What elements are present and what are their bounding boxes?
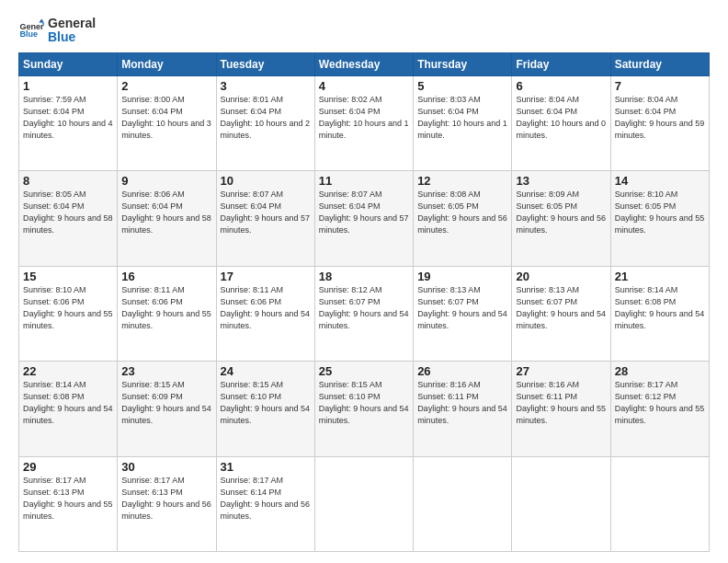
calendar-cell: 13Sunrise: 8:09 AMSunset: 6:05 PMDayligh… [512,171,610,266]
svg-text:Blue: Blue [19,29,38,39]
day-info: Sunrise: 8:11 AMSunset: 6:06 PMDaylight:… [121,284,211,332]
day-number: 28 [615,364,705,378]
calendar-header-row: SundayMondayTuesdayWednesdayThursdayFrid… [19,52,710,75]
day-number: 11 [319,174,409,188]
calendar-cell: 23Sunrise: 8:15 AMSunset: 6:09 PMDayligh… [118,362,216,456]
calendar-cell: 31Sunrise: 8:17 AMSunset: 6:14 PMDayligh… [216,456,314,551]
calendar-cell: 20Sunrise: 8:13 AMSunset: 6:07 PMDayligh… [512,266,610,361]
day-info: Sunrise: 8:11 AMSunset: 6:06 PMDaylight:… [221,284,311,332]
day-info: Sunrise: 8:07 AMSunset: 6:04 PMDaylight:… [319,189,409,236]
day-number: 17 [221,270,311,283]
day-number: 10 [221,174,311,188]
day-number: 16 [121,270,211,283]
day-number: 31 [221,460,311,474]
day-number: 25 [319,364,409,378]
calendar-cell: 29Sunrise: 8:17 AMSunset: 6:13 PMDayligh… [19,456,118,551]
calendar-cell: 8Sunrise: 8:05 AMSunset: 6:04 PMDaylight… [19,171,118,266]
calendar-cell: 28Sunrise: 8:17 AMSunset: 6:12 PMDayligh… [610,362,709,456]
day-number: 4 [319,79,409,93]
calendar-week-3: 15Sunrise: 8:10 AMSunset: 6:06 PMDayligh… [19,266,710,361]
calendar-cell: 26Sunrise: 8:16 AMSunset: 6:11 PMDayligh… [414,362,512,456]
calendar-cell: 10Sunrise: 8:07 AMSunset: 6:04 PMDayligh… [216,171,314,266]
calendar-cell: 30Sunrise: 8:17 AMSunset: 6:13 PMDayligh… [118,456,216,551]
calendar-cell: 25Sunrise: 8:15 AMSunset: 6:10 PMDayligh… [314,362,413,456]
day-number: 13 [516,174,606,188]
day-number: 18 [319,270,409,283]
day-info: Sunrise: 8:14 AMSunset: 6:08 PMDaylight:… [23,379,113,427]
day-info: Sunrise: 8:06 AMSunset: 6:04 PMDaylight:… [121,189,211,236]
day-info: Sunrise: 8:08 AMSunset: 6:05 PMDaylight:… [417,189,507,236]
day-info: Sunrise: 8:00 AMSunset: 6:04 PMDaylight:… [121,94,211,142]
calendar-cell: 22Sunrise: 8:14 AMSunset: 6:08 PMDayligh… [19,362,118,456]
day-number: 27 [516,364,606,378]
calendar-cell: 6Sunrise: 8:04 AMSunset: 6:04 PMDaylight… [512,75,610,170]
day-number: 29 [23,460,113,474]
calendar-cell: 4Sunrise: 8:02 AMSunset: 6:04 PMDaylight… [314,75,413,170]
calendar-cell [414,456,512,551]
calendar-cell: 9Sunrise: 8:06 AMSunset: 6:04 PMDaylight… [118,171,216,266]
day-info: Sunrise: 8:03 AMSunset: 6:04 PMDaylight:… [417,94,507,142]
day-number: 26 [417,364,507,378]
day-number: 2 [121,79,211,93]
page: General Blue General Blue SundayMondayTu… [0,0,728,563]
day-info: Sunrise: 8:10 AMSunset: 6:06 PMDaylight:… [23,284,113,332]
day-info: Sunrise: 8:16 AMSunset: 6:11 PMDaylight:… [516,379,606,427]
day-info: Sunrise: 8:04 AMSunset: 6:04 PMDaylight:… [516,94,606,142]
calendar-cell [610,456,709,551]
calendar-week-5: 29Sunrise: 8:17 AMSunset: 6:13 PMDayligh… [19,456,710,551]
calendar-cell: 17Sunrise: 8:11 AMSunset: 6:06 PMDayligh… [216,266,314,361]
day-info: Sunrise: 8:17 AMSunset: 6:14 PMDaylight:… [221,475,311,523]
day-info: Sunrise: 8:02 AMSunset: 6:04 PMDaylight:… [319,94,409,142]
calendar-cell: 15Sunrise: 8:10 AMSunset: 6:06 PMDayligh… [19,266,118,361]
day-number: 20 [516,270,606,283]
day-info: Sunrise: 8:05 AMSunset: 6:04 PMDaylight:… [23,189,113,236]
calendar-cell [512,456,610,551]
day-number: 21 [615,270,705,283]
day-number: 23 [121,364,211,378]
day-info: Sunrise: 8:17 AMSunset: 6:12 PMDaylight:… [615,379,705,427]
calendar-cell: 16Sunrise: 8:11 AMSunset: 6:06 PMDayligh… [118,266,216,361]
day-info: Sunrise: 8:13 AMSunset: 6:07 PMDaylight:… [417,284,507,332]
day-number: 14 [615,174,705,188]
day-number: 9 [121,174,211,188]
weekday-header-monday: Monday [118,52,216,75]
calendar-cell [314,456,413,551]
logo-blue: Blue [48,30,96,44]
calendar-cell: 19Sunrise: 8:13 AMSunset: 6:07 PMDayligh… [414,266,512,361]
day-info: Sunrise: 8:15 AMSunset: 6:10 PMDaylight:… [319,379,409,427]
calendar-body: 1Sunrise: 7:59 AMSunset: 6:04 PMDaylight… [19,75,710,551]
day-number: 8 [23,174,113,188]
day-number: 1 [23,79,113,93]
day-info: Sunrise: 8:17 AMSunset: 6:13 PMDaylight:… [121,475,211,523]
weekday-header-wednesday: Wednesday [314,52,413,75]
calendar-week-2: 8Sunrise: 8:05 AMSunset: 6:04 PMDaylight… [19,171,710,266]
calendar-cell: 27Sunrise: 8:16 AMSunset: 6:11 PMDayligh… [512,362,610,456]
day-number: 22 [23,364,113,378]
day-number: 30 [121,460,211,474]
day-info: Sunrise: 8:15 AMSunset: 6:09 PMDaylight:… [121,379,211,427]
calendar-cell: 24Sunrise: 8:15 AMSunset: 6:10 PMDayligh… [216,362,314,456]
day-info: Sunrise: 8:15 AMSunset: 6:10 PMDaylight:… [221,379,311,427]
day-info: Sunrise: 8:13 AMSunset: 6:07 PMDaylight:… [516,284,606,332]
calendar-week-4: 22Sunrise: 8:14 AMSunset: 6:08 PMDayligh… [19,362,710,456]
calendar-table: SundayMondayTuesdayWednesdayThursdayFrid… [18,52,710,552]
calendar-cell: 12Sunrise: 8:08 AMSunset: 6:05 PMDayligh… [414,171,512,266]
day-number: 19 [417,270,507,283]
weekday-header-tuesday: Tuesday [216,52,314,75]
calendar-cell: 21Sunrise: 8:14 AMSunset: 6:08 PMDayligh… [610,266,709,361]
logo-icon: General Blue [18,17,44,43]
day-number: 15 [23,270,113,283]
day-info: Sunrise: 8:07 AMSunset: 6:04 PMDaylight:… [221,189,311,236]
day-info: Sunrise: 8:10 AMSunset: 6:05 PMDaylight:… [615,189,705,236]
svg-marker-2 [39,19,44,23]
calendar-week-1: 1Sunrise: 7:59 AMSunset: 6:04 PMDaylight… [19,75,710,170]
day-info: Sunrise: 8:01 AMSunset: 6:04 PMDaylight:… [221,94,311,142]
calendar-cell: 5Sunrise: 8:03 AMSunset: 6:04 PMDaylight… [414,75,512,170]
weekday-header-sunday: Sunday [19,52,118,75]
calendar-cell: 3Sunrise: 8:01 AMSunset: 6:04 PMDaylight… [216,75,314,170]
day-info: Sunrise: 8:12 AMSunset: 6:07 PMDaylight:… [319,284,409,332]
day-info: Sunrise: 8:04 AMSunset: 6:04 PMDaylight:… [615,94,705,142]
day-number: 7 [615,79,705,93]
day-number: 24 [221,364,311,378]
weekday-header-thursday: Thursday [414,52,512,75]
